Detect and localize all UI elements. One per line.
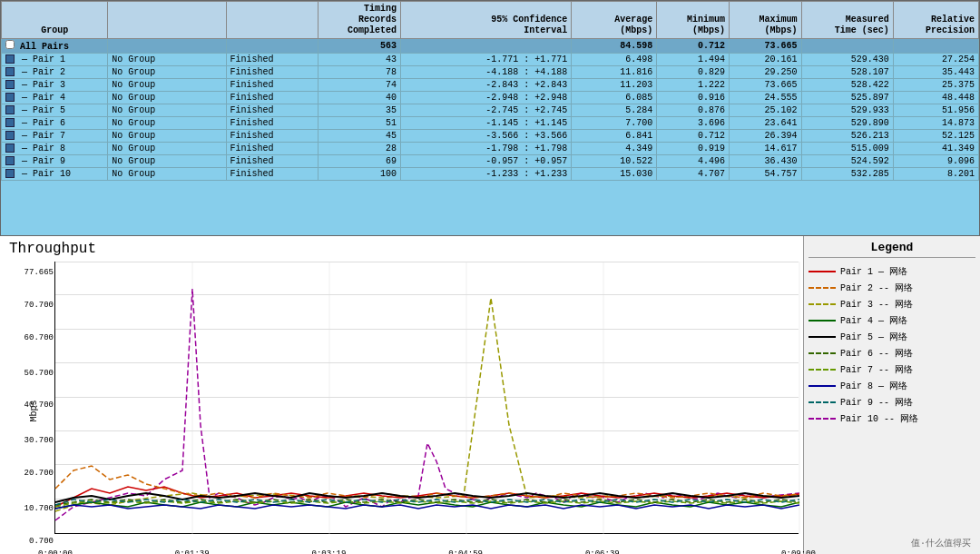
legend-item: Pair 8 — 网络 xyxy=(808,380,975,392)
table-row: — Pair 3 No Group Finished 74 -2.843 : +… xyxy=(2,79,979,92)
cell-min: 0.916 xyxy=(657,92,730,104)
cell-min: 4.496 xyxy=(657,155,730,168)
legend-label: Pair 7 -- 网络 xyxy=(840,363,913,376)
cell-timing: 74 xyxy=(318,79,400,92)
cell-ci: -1.233 : +1.233 xyxy=(401,168,572,181)
row-icon xyxy=(5,143,15,153)
legend-color-line xyxy=(808,385,836,387)
cell-group: All Pairs xyxy=(2,39,108,54)
x-tick-3: 0:04:59 xyxy=(448,549,483,554)
cell-pgname: No Group xyxy=(108,66,226,79)
cell-max: 29.250 xyxy=(729,66,801,79)
col-header-rp: RelativePrecision xyxy=(893,2,978,39)
cell-max: 36.430 xyxy=(729,155,801,168)
y-tick-3: 50.700 xyxy=(24,369,54,378)
cell-group: — Pair 1 xyxy=(2,54,108,66)
cell-rp: 14.873 xyxy=(893,117,978,130)
cell-runstatus: Finished xyxy=(226,104,318,117)
table-row: — Pair 2 No Group Finished 78 -4.188 : +… xyxy=(2,66,979,79)
cell-runstatus: Finished xyxy=(226,155,318,168)
cell-max: 24.555 xyxy=(729,92,801,104)
row-icon xyxy=(5,156,15,165)
cell-max: 73.665 xyxy=(729,79,801,92)
row-icon xyxy=(5,131,15,140)
legend-label: Pair 9 -- 网络 xyxy=(840,396,913,409)
cell-max: 14.617 xyxy=(729,143,801,155)
cell-ci: -2.745 : +2.745 xyxy=(401,104,572,117)
legend-color-line xyxy=(808,352,836,354)
cell-max: 20.161 xyxy=(729,54,801,66)
legend-label: Pair 10 -- 网络 xyxy=(840,412,918,425)
cell-ci: -1.145 : +1.145 xyxy=(401,117,572,130)
cell-min: 1.494 xyxy=(657,54,730,66)
legend-item: Pair 7 -- 网络 xyxy=(808,363,975,376)
cell-rp: 41.349 xyxy=(893,143,978,155)
cell-avg: 7.700 xyxy=(572,117,657,130)
cell-group: — Pair 7 xyxy=(2,130,108,143)
cell-avg: 11.203 xyxy=(572,79,657,92)
legend-label: Pair 8 — 网络 xyxy=(840,380,907,392)
y-tick-2: 60.700 xyxy=(24,333,54,342)
cell-mtime xyxy=(801,39,893,54)
cell-max: 25.102 xyxy=(729,104,801,117)
y-tick-8: 0.700 xyxy=(24,537,54,546)
col-header-timing: Timing RecordsCompleted xyxy=(318,2,400,39)
cell-rp: 25.375 xyxy=(893,79,978,92)
cell-group: — Pair 6 xyxy=(2,117,108,130)
cell-timing: 28 xyxy=(318,143,400,155)
cell-rp: 35.443 xyxy=(893,66,978,79)
col-header-avg: Average(Mbps) xyxy=(572,2,657,39)
expand-checkbox[interactable] xyxy=(5,40,15,49)
row-icon xyxy=(5,118,15,127)
legend-item: Pair 10 -- 网络 xyxy=(808,412,975,425)
row-icon xyxy=(5,80,15,89)
legend-label: Pair 3 -- 网络 xyxy=(840,298,913,311)
cell-min: 3.696 xyxy=(657,117,730,130)
col-header-mtime: MeasuredTime (sec) xyxy=(801,2,893,39)
legend-label: Pair 6 -- 网络 xyxy=(840,347,913,360)
cell-avg: 5.284 xyxy=(572,104,657,117)
chart-svg xyxy=(55,262,799,534)
legend-item: Pair 1 — 网络 xyxy=(808,265,975,278)
x-tick-0: 0:00:00 xyxy=(38,549,73,554)
cell-min: 0.712 xyxy=(657,130,730,143)
cell-timing: 100 xyxy=(318,168,400,181)
cell-runstatus: Finished xyxy=(226,66,318,79)
cell-mtime: 528.107 xyxy=(801,66,893,79)
cell-ci: -2.843 : +2.843 xyxy=(401,79,572,92)
cell-ci: -2.948 : +2.948 xyxy=(401,92,572,104)
y-tick-1: 70.700 xyxy=(24,301,54,310)
cell-pgname: No Group xyxy=(108,79,226,92)
legend-color-line xyxy=(808,287,836,289)
cell-pgname: No Group xyxy=(108,168,226,181)
cell-min: 0.876 xyxy=(657,104,730,117)
cell-mtime: 532.285 xyxy=(801,168,893,181)
legend-item: Pair 5 — 网络 xyxy=(808,331,975,343)
col-header-max: Maximum(Mbps) xyxy=(729,2,801,39)
cell-group: — Pair 2 xyxy=(2,66,108,79)
data-table: Group Timing RecordsCompleted 95% Confid… xyxy=(0,0,980,236)
cell-mtime: 524.592 xyxy=(801,155,893,168)
col-header-min: Minimum(Mbps) xyxy=(657,2,730,39)
table-row: — Pair 7 No Group Finished 45 -3.566 : +… xyxy=(2,130,979,143)
legend-color-line xyxy=(808,303,836,305)
cell-group: — Pair 10 xyxy=(2,168,108,181)
x-tick-2: 0:03:19 xyxy=(311,549,346,554)
all-pairs-row: All Pairs 563 84.598 0.712 73.665 xyxy=(2,39,979,54)
cell-mtime: 515.009 xyxy=(801,143,893,155)
cell-avg: 6.085 xyxy=(572,92,657,104)
cell-runstatus: Finished xyxy=(226,130,318,143)
cell-timing: 51 xyxy=(318,117,400,130)
cell-min: 4.707 xyxy=(657,168,730,181)
legend-color-line xyxy=(808,320,836,322)
table-row: — Pair 10 No Group Finished 100 -1.233 :… xyxy=(2,168,979,181)
cell-ci: -1.798 : +1.798 xyxy=(401,143,572,155)
cell-mtime: 529.933 xyxy=(801,104,893,117)
cell-ci: -1.771 : +1.771 xyxy=(401,54,572,66)
row-icon xyxy=(5,93,15,102)
cell-pgname: No Group xyxy=(108,92,226,104)
cell-pgname xyxy=(108,39,226,54)
table-row: — Pair 1 No Group Finished 43 -1.771 : +… xyxy=(2,54,979,66)
chart-title: Throughput xyxy=(9,241,799,257)
cell-group: — Pair 5 xyxy=(2,104,108,117)
